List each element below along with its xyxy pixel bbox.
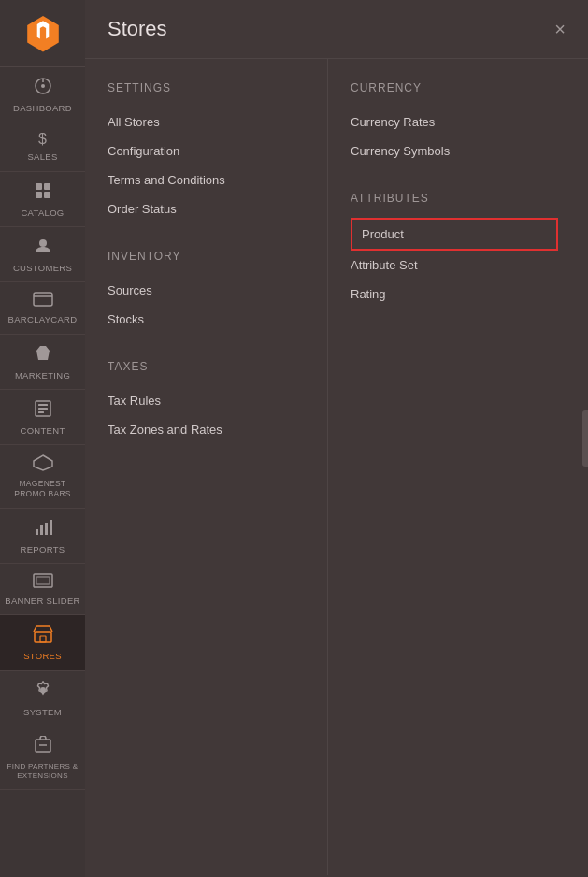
currency-heading: Currency [351, 81, 558, 94]
sidebar-item-content[interactable]: CONTENT [0, 390, 85, 445]
magento-logo-icon [23, 14, 63, 53]
settings-section: Settings All Stores Configuration Terms … [108, 81, 305, 223]
magenest-promo-bars-icon [33, 454, 53, 474]
sidebar-item-label: CATALOG [21, 208, 64, 219]
customers-icon [34, 237, 52, 258]
currency-symbols-link[interactable]: Currency Symbols [351, 137, 558, 165]
close-button[interactable]: × [554, 20, 566, 38]
all-stores-link[interactable]: All Stores [108, 108, 305, 137]
sidebar-item-barclaycard[interactable]: BARCLAYCARD [0, 282, 85, 334]
sidebar-item-stores[interactable]: STORES [0, 615, 85, 670]
svg-rect-6 [44, 192, 50, 198]
sidebar-item-label: SYSTEM [23, 707, 62, 718]
svg-rect-3 [36, 183, 42, 190]
system-icon [34, 681, 52, 702]
sidebar-item-banner-slider[interactable]: BANNER SLIDER [0, 564, 85, 615]
catalog-icon [34, 181, 52, 203]
sidebar-item-dashboard[interactable]: DASHBOARD [0, 67, 85, 122]
stores-icon [33, 625, 53, 646]
sidebar-item-customers[interactable]: CUSTOMERS [0, 227, 85, 282]
settings-heading: Settings [108, 81, 305, 94]
sidebar-item-magenest-promo-bars[interactable]: MAGENEST PROMO BARS [0, 445, 85, 508]
sidebar-item-sales[interactable]: $ SALES [0, 122, 85, 171]
svg-point-7 [39, 239, 47, 247]
marketing-icon [34, 344, 52, 366]
sidebar-item-label: MARKETING [15, 370, 70, 381]
product-link[interactable]: Product [351, 218, 558, 251]
svg-rect-22 [40, 636, 46, 642]
tax-rules-link[interactable]: Tax Rules [108, 386, 305, 415]
currency-section: Currency Currency Rates Currency Symbols [351, 81, 558, 165]
stores-panel: Stores × Settings All Stores Configurati… [85, 0, 588, 877]
sidebar-item-catalog[interactable]: CATALOG [0, 172, 85, 227]
svg-rect-8 [34, 293, 52, 306]
stores-panel-title: Stores [108, 17, 167, 41]
sidebar-item-label: BANNER SLIDER [5, 596, 79, 607]
currency-rates-link[interactable]: Currency Rates [351, 108, 558, 137]
rating-link[interactable]: Rating [351, 280, 558, 309]
sidebar-item-label: REPORTS [21, 544, 65, 555]
sidebar-item-label: CUSTOMERS [13, 263, 72, 274]
attribute-set-link[interactable]: Attribute Set [351, 251, 558, 280]
stores-header: Stores × [85, 0, 588, 59]
svg-rect-18 [50, 520, 52, 535]
stores-body: Settings All Stores Configuration Terms … [85, 59, 588, 875]
terms-and-conditions-link[interactable]: Terms and Conditions [108, 165, 305, 194]
order-status-link[interactable]: Order Status [108, 194, 305, 223]
reports-icon [34, 518, 52, 539]
svg-rect-20 [36, 577, 50, 584]
configuration-link[interactable]: Configuration [108, 137, 305, 165]
find-partners-icon [34, 736, 52, 757]
sidebar-item-label: MAGENEST PROMO BARS [5, 479, 80, 499]
svg-rect-15 [36, 529, 38, 535]
svg-rect-12 [38, 408, 48, 410]
taxes-section: Taxes Tax Rules Tax Zones and Rates [108, 360, 305, 444]
sidebar-item-label: BARCLAYCARD [8, 314, 78, 325]
sidebar-item-system[interactable]: SYSTEM [0, 671, 85, 726]
sidebar-logo [0, 0, 85, 67]
sidebar-item-label: SALES [27, 151, 57, 163]
sales-icon: $ [38, 132, 47, 147]
svg-rect-13 [38, 411, 44, 413]
sources-link[interactable]: Sources [108, 276, 305, 305]
svg-rect-16 [40, 525, 43, 535]
stocks-link[interactable]: Stocks [108, 305, 305, 334]
barclaycard-icon [33, 292, 53, 309]
svg-rect-4 [44, 183, 50, 190]
scroll-indicator [582, 410, 588, 467]
sidebar: DASHBOARD $ SALES CATALOG CUSTOMERS BARC… [0, 0, 85, 877]
tax-zones-and-rates-link[interactable]: Tax Zones and Rates [108, 415, 305, 444]
sidebar-item-label: CONTENT [20, 425, 65, 437]
svg-point-1 [41, 84, 45, 88]
stores-right-column: Currency Currency Rates Currency Symbols… [328, 59, 581, 875]
sidebar-item-label: STORES [23, 651, 62, 662]
svg-rect-21 [35, 632, 51, 642]
content-icon [34, 399, 52, 421]
inventory-heading: Inventory [108, 250, 305, 263]
svg-rect-17 [45, 523, 48, 535]
stores-left-column: Settings All Stores Configuration Terms … [85, 59, 328, 875]
sidebar-item-reports[interactable]: REPORTS [0, 509, 85, 564]
sidebar-item-find-partners[interactable]: FIND PARTNERS & EXTENSIONS [0, 726, 85, 790]
attributes-section: Attributes Product Attribute Set Rating [351, 192, 558, 309]
taxes-heading: Taxes [108, 360, 305, 373]
sidebar-item-marketing[interactable]: MARKETING [0, 335, 85, 390]
dashboard-icon [34, 77, 52, 98]
inventory-section: Inventory Sources Stocks [108, 250, 305, 334]
banner-slider-icon [33, 573, 53, 591]
sidebar-item-label: DASHBOARD [13, 103, 72, 114]
sidebar-item-label: FIND PARTNERS & EXTENSIONS [5, 762, 80, 782]
attributes-heading: Attributes [351, 192, 558, 205]
svg-rect-5 [36, 192, 42, 198]
svg-marker-14 [34, 455, 52, 470]
svg-rect-11 [38, 404, 48, 406]
